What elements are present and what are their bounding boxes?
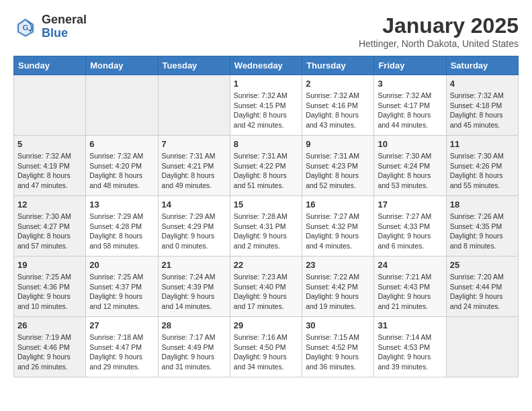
logo-blue: Blue [42,26,68,40]
calendar-cell: 14Sunrise: 7:29 AM Sunset: 4:29 PM Dayli… [158,196,230,257]
calendar-cell: 9Sunrise: 7:31 AM Sunset: 4:23 PM Daylig… [302,136,374,196]
week-row-2: 5Sunrise: 7:32 AM Sunset: 4:19 PM Daylig… [14,136,519,196]
calendar-cell: 4Sunrise: 7:32 AM Sunset: 4:18 PM Daylig… [446,75,518,136]
day-number: 24 [378,260,442,270]
logo-text: General Blue [42,13,87,40]
calendar-cell: 28Sunrise: 7:17 AM Sunset: 4:49 PM Dayli… [158,317,230,377]
day-number: 26 [17,320,82,330]
day-number: 6 [89,139,154,149]
day-info: Sunrise: 7:28 AM Sunset: 4:31 PM Dayligh… [234,212,298,251]
calendar-cell: 6Sunrise: 7:32 AM Sunset: 4:20 PM Daylig… [86,136,158,196]
day-info: Sunrise: 7:21 AM Sunset: 4:43 PM Dayligh… [378,272,442,312]
header-friday: Friday [374,56,446,75]
day-number: 18 [450,199,515,210]
day-info: Sunrise: 7:25 AM Sunset: 4:37 PM Dayligh… [89,272,154,312]
calendar-cell: 3Sunrise: 7:32 AM Sunset: 4:17 PM Daylig… [374,75,446,136]
calendar-cell: 21Sunrise: 7:24 AM Sunset: 4:39 PM Dayli… [158,257,230,317]
day-info: Sunrise: 7:32 AM Sunset: 4:15 PM Dayligh… [234,91,298,130]
day-number: 9 [306,139,370,149]
day-number: 2 [306,79,370,89]
day-info: Sunrise: 7:31 AM Sunset: 4:21 PM Dayligh… [162,151,226,191]
day-number: 19 [17,260,82,270]
day-info: Sunrise: 7:27 AM Sunset: 4:32 PM Dayligh… [306,212,370,251]
calendar-cell: 25Sunrise: 7:20 AM Sunset: 4:44 PM Dayli… [446,257,518,317]
day-number: 12 [17,199,82,210]
calendar-cell: 12Sunrise: 7:30 AM Sunset: 4:27 PM Dayli… [14,196,86,257]
calendar-cell: 8Sunrise: 7:31 AM Sunset: 4:22 PM Daylig… [230,136,302,196]
day-info: Sunrise: 7:20 AM Sunset: 4:44 PM Dayligh… [450,272,515,312]
day-info: Sunrise: 7:15 AM Sunset: 4:52 PM Dayligh… [306,332,370,372]
calendar-cell: 26Sunrise: 7:19 AM Sunset: 4:46 PM Dayli… [14,317,86,377]
day-info: Sunrise: 7:32 AM Sunset: 4:18 PM Dayligh… [450,91,515,130]
day-number: 30 [306,320,370,330]
calendar-cell: 18Sunrise: 7:26 AM Sunset: 4:35 PM Dayli… [446,196,518,257]
day-info: Sunrise: 7:16 AM Sunset: 4:50 PM Dayligh… [234,332,298,372]
day-number: 27 [89,320,154,330]
day-number: 17 [378,199,442,210]
day-number: 31 [378,320,442,330]
header-tuesday: Tuesday [158,56,230,75]
day-info: Sunrise: 7:30 AM Sunset: 4:24 PM Dayligh… [378,151,442,191]
header-thursday: Thursday [302,56,374,75]
day-info: Sunrise: 7:30 AM Sunset: 4:26 PM Dayligh… [450,151,515,191]
day-number: 25 [450,260,515,270]
day-info: Sunrise: 7:22 AM Sunset: 4:42 PM Dayligh… [306,272,370,312]
header-wednesday: Wednesday [230,56,302,75]
header-saturday: Saturday [446,56,518,75]
calendar-cell: 5Sunrise: 7:32 AM Sunset: 4:19 PM Daylig… [14,136,86,196]
calendar-cell: 31Sunrise: 7:14 AM Sunset: 4:53 PM Dayli… [374,317,446,377]
day-info: Sunrise: 7:17 AM Sunset: 4:49 PM Dayligh… [162,332,226,372]
calendar-cell: 20Sunrise: 7:25 AM Sunset: 4:37 PM Dayli… [86,257,158,317]
day-number: 20 [89,260,154,270]
calendar-cell: 11Sunrise: 7:30 AM Sunset: 4:26 PM Dayli… [446,136,518,196]
calendar-cell: 16Sunrise: 7:27 AM Sunset: 4:32 PM Dayli… [302,196,374,257]
day-number: 23 [306,260,370,270]
logo: G General Blue [13,13,87,40]
week-row-1: 1Sunrise: 7:32 AM Sunset: 4:15 PM Daylig… [14,75,519,136]
day-info: Sunrise: 7:19 AM Sunset: 4:46 PM Dayligh… [17,332,82,372]
week-row-3: 12Sunrise: 7:30 AM Sunset: 4:27 PM Dayli… [14,196,519,257]
day-info: Sunrise: 7:29 AM Sunset: 4:29 PM Dayligh… [162,212,226,251]
calendar-cell: 27Sunrise: 7:18 AM Sunset: 4:47 PM Dayli… [86,317,158,377]
week-row-5: 26Sunrise: 7:19 AM Sunset: 4:46 PM Dayli… [14,317,519,377]
day-info: Sunrise: 7:30 AM Sunset: 4:27 PM Dayligh… [17,212,82,251]
day-info: Sunrise: 7:29 AM Sunset: 4:28 PM Dayligh… [89,212,154,251]
day-info: Sunrise: 7:26 AM Sunset: 4:35 PM Dayligh… [450,212,515,251]
calendar-cell: 30Sunrise: 7:15 AM Sunset: 4:52 PM Dayli… [302,317,374,377]
day-info: Sunrise: 7:25 AM Sunset: 4:36 PM Dayligh… [17,272,82,312]
calendar-cell: 1Sunrise: 7:32 AM Sunset: 4:15 PM Daylig… [230,75,302,136]
day-number: 14 [162,199,226,210]
day-number: 5 [17,139,82,149]
day-info: Sunrise: 7:32 AM Sunset: 4:20 PM Dayligh… [89,151,154,191]
day-number: 7 [162,139,226,149]
calendar-cell: 13Sunrise: 7:29 AM Sunset: 4:28 PM Dayli… [86,196,158,257]
day-info: Sunrise: 7:23 AM Sunset: 4:40 PM Dayligh… [234,272,298,312]
calendar-header-row: SundayMondayTuesdayWednesdayThursdayFrid… [14,56,519,75]
day-info: Sunrise: 7:31 AM Sunset: 4:22 PM Dayligh… [234,151,298,191]
day-info: Sunrise: 7:24 AM Sunset: 4:39 PM Dayligh… [162,272,226,312]
day-info: Sunrise: 7:32 AM Sunset: 4:16 PM Dayligh… [306,91,370,130]
page-header: G General Blue January 2025 Hettinger, N… [13,13,519,49]
day-info: Sunrise: 7:14 AM Sunset: 4:53 PM Dayligh… [378,332,442,372]
calendar-cell [446,317,518,377]
day-number: 21 [162,260,226,270]
day-info: Sunrise: 7:31 AM Sunset: 4:23 PM Dayligh… [306,151,370,191]
day-info: Sunrise: 7:32 AM Sunset: 4:19 PM Dayligh… [17,151,82,191]
calendar-cell: 19Sunrise: 7:25 AM Sunset: 4:36 PM Dayli… [14,257,86,317]
calendar-cell: 2Sunrise: 7:32 AM Sunset: 4:16 PM Daylig… [302,75,374,136]
calendar-cell [158,75,230,136]
day-number: 15 [234,199,298,210]
day-info: Sunrise: 7:18 AM Sunset: 4:47 PM Dayligh… [89,332,154,372]
day-info: Sunrise: 7:27 AM Sunset: 4:33 PM Dayligh… [378,212,442,251]
location: Hettinger, North Dakota, United States [359,38,519,49]
day-number: 29 [234,320,298,330]
day-number: 28 [162,320,226,330]
header-monday: Monday [86,56,158,75]
day-number: 10 [378,139,442,149]
day-number: 4 [450,79,515,89]
day-number: 3 [378,79,442,89]
calendar-cell: 23Sunrise: 7:22 AM Sunset: 4:42 PM Dayli… [302,257,374,317]
calendar-table: SundayMondayTuesdayWednesdayThursdayFrid… [13,56,519,377]
calendar-cell [14,75,86,136]
day-number: 8 [234,139,298,149]
